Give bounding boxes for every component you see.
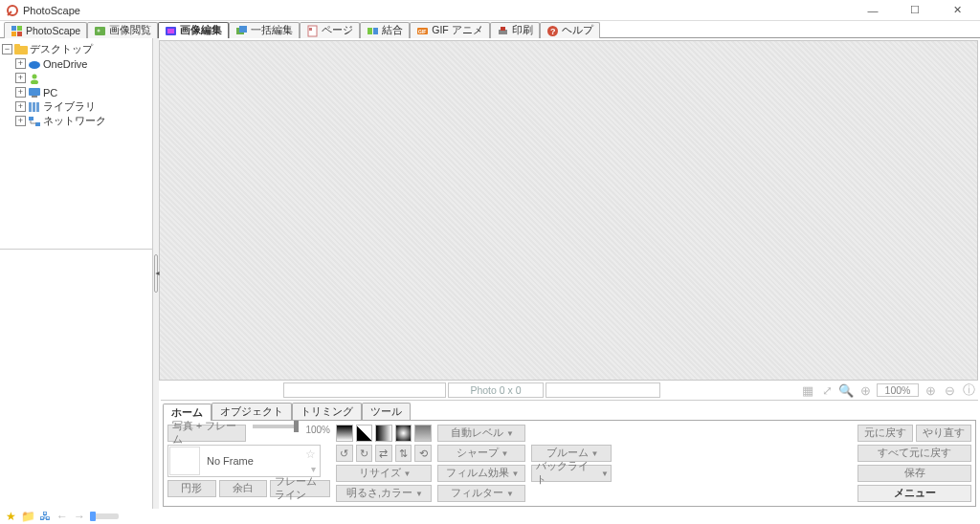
- svg-rect-30: [36, 102, 39, 112]
- prev-arrow-icon[interactable]: ←: [56, 510, 69, 523]
- subtab-home[interactable]: ホーム: [163, 404, 212, 421]
- zoom-in-icon[interactable]: ⊕: [923, 382, 938, 398]
- tree-item-pc[interactable]: + PC: [2, 85, 150, 99]
- frame-preview-icon: [169, 447, 200, 475]
- zoom-fit-icon[interactable]: ⊕: [858, 382, 873, 398]
- zoom-cluster: ▦ ⤢ 🔍 ⊕ 100% ⊕ ⊖ ⓘ: [798, 382, 978, 398]
- tree-label: PC: [43, 87, 57, 98]
- folder-fav-icon[interactable]: 📁: [21, 510, 34, 523]
- subtab-object[interactable]: オブジェクト: [212, 403, 292, 420]
- frame-selector[interactable]: No Frame ☆ ▾: [167, 445, 321, 477]
- zoom-value[interactable]: 100%: [877, 383, 919, 397]
- svg-rect-31: [29, 117, 33, 120]
- subtab-crop[interactable]: トリミング: [292, 403, 362, 420]
- svg-rect-12: [309, 28, 312, 31]
- tab-batch[interactable]: 一括編集: [229, 22, 300, 38]
- tree-item-onedrive[interactable]: + OneDrive: [2, 56, 150, 71]
- tab-help[interactable]: ? ヘルプ: [540, 22, 600, 38]
- thumbnail-size-slider[interactable]: [90, 513, 119, 519]
- film-effect-button[interactable]: フィルム効果▼: [437, 465, 525, 482]
- combine-icon: [367, 25, 379, 37]
- user-icon: [28, 73, 41, 84]
- editor-icon: [165, 25, 177, 37]
- svg-rect-2: [17, 26, 22, 31]
- menu-button[interactable]: メニュー: [858, 485, 971, 502]
- folder-tree[interactable]: − デスクトップ + OneDrive + + PC +: [0, 38, 152, 249]
- tab-gif[interactable]: GIF GIF アニメ: [410, 22, 489, 38]
- round-button[interactable]: 円形: [167, 480, 216, 497]
- filter-button[interactable]: フィルター▼: [437, 485, 525, 502]
- info-icon[interactable]: ⓘ: [961, 382, 976, 398]
- photo-plus-frame-button[interactable]: 写真 + フレーム: [167, 425, 246, 442]
- tab-print[interactable]: 印刷: [490, 22, 540, 38]
- gradient-swatch-3[interactable]: [375, 425, 392, 442]
- transform-column: ↺ ↻ ⇄ ⇅ ⟲ リサイズ▼ 明るさ,カラー▼: [336, 425, 432, 502]
- frame-opacity-slider[interactable]: [253, 425, 299, 428]
- svg-rect-28: [29, 102, 32, 112]
- tab-editor[interactable]: 画像編集: [158, 22, 229, 38]
- tree-item-user[interactable]: +: [2, 71, 150, 85]
- expand-icon[interactable]: +: [15, 87, 26, 98]
- fit-screen-icon[interactable]: ⤢: [819, 382, 835, 398]
- tab-label: 画像閲覧: [109, 24, 151, 37]
- tree-item-library[interactable]: + ライブラリ: [2, 99, 150, 114]
- gradient-swatch-1[interactable]: [336, 425, 353, 442]
- tab-combine[interactable]: 結合: [360, 22, 410, 38]
- svg-rect-26: [29, 88, 40, 96]
- free-rotate-icon[interactable]: ⟲: [414, 445, 432, 462]
- expand-icon[interactable]: +: [15, 101, 26, 112]
- tree-root[interactable]: − デスクトップ: [2, 42, 150, 56]
- sidebar: − デスクトップ + OneDrive + + PC +: [0, 38, 153, 509]
- favorite-icon[interactable]: ☆: [301, 448, 320, 461]
- zoom-out-icon[interactable]: ⊖: [942, 382, 957, 398]
- viewer-icon: [94, 25, 106, 37]
- window-minimize-button[interactable]: —: [852, 1, 894, 20]
- tree-label: ネットワーク: [43, 114, 106, 128]
- star-icon[interactable]: ★: [4, 510, 17, 523]
- next-arrow-icon[interactable]: →: [73, 510, 86, 523]
- save-button[interactable]: 保存: [858, 465, 971, 482]
- expand-icon[interactable]: +: [15, 58, 26, 69]
- undo-all-button[interactable]: すべて元に戻す: [858, 445, 971, 462]
- flip-h-icon[interactable]: ⇄: [375, 445, 392, 462]
- frameline-button[interactable]: フレームライン: [270, 480, 330, 497]
- expand-icon[interactable]: +: [15, 116, 26, 126]
- window-close-button[interactable]: ✕: [936, 1, 978, 20]
- tab-page[interactable]: ページ: [300, 22, 360, 38]
- backlight-button[interactable]: バックライト▼: [531, 465, 612, 482]
- svg-rect-8: [167, 29, 174, 33]
- window-maximize-button[interactable]: ☐: [894, 1, 936, 20]
- gradient-swatch-5[interactable]: [414, 425, 432, 442]
- tab-label: 印刷: [512, 24, 533, 37]
- redo-button[interactable]: やり直す: [916, 425, 971, 442]
- sharpen-button[interactable]: シャープ▼: [437, 445, 525, 462]
- resize-button[interactable]: リサイズ▼: [336, 465, 432, 482]
- expand-icon[interactable]: +: [15, 73, 26, 83]
- undo-button[interactable]: 元に戻す: [858, 425, 913, 442]
- thumbnail-pane[interactable]: [0, 249, 152, 509]
- gradient-swatch-2[interactable]: [356, 425, 373, 442]
- rotate-cw-icon[interactable]: ↻: [356, 445, 373, 462]
- margin-button[interactable]: 余白: [219, 480, 268, 497]
- chevron-down-icon[interactable]: ▾: [307, 464, 320, 474]
- zoom-icon[interactable]: 🔍: [838, 382, 854, 398]
- svg-rect-5: [95, 27, 105, 35]
- tab-label: 結合: [382, 24, 403, 37]
- gradient-swatch-4[interactable]: [395, 425, 412, 442]
- flip-v-icon[interactable]: ⇅: [395, 445, 412, 462]
- brightness-color-button[interactable]: 明るさ,カラー▼: [336, 485, 432, 502]
- tab-label: 画像編集: [180, 24, 222, 37]
- collapse-icon[interactable]: −: [2, 44, 12, 55]
- actual-size-icon[interactable]: ▦: [800, 382, 815, 398]
- folder-icon: [14, 44, 28, 55]
- tab-photoscape[interactable]: PhotoScape: [4, 22, 87, 38]
- svg-point-6: [98, 29, 100, 32]
- rotate-ccw-icon[interactable]: ↺: [336, 445, 353, 462]
- image-canvas[interactable]: [159, 40, 978, 381]
- network-small-icon[interactable]: 🖧: [38, 510, 52, 523]
- tree-item-network[interactable]: + ネットワーク: [2, 114, 150, 128]
- tab-viewer[interactable]: 画像閲覧: [87, 22, 158, 38]
- auto-level-button[interactable]: 自動レベル▼: [437, 425, 525, 442]
- subtab-tools[interactable]: ツール: [362, 403, 411, 420]
- bottom-panel: ホーム オブジェクト トリミング ツール 写真 + フレーム 100% No F…: [161, 400, 978, 509]
